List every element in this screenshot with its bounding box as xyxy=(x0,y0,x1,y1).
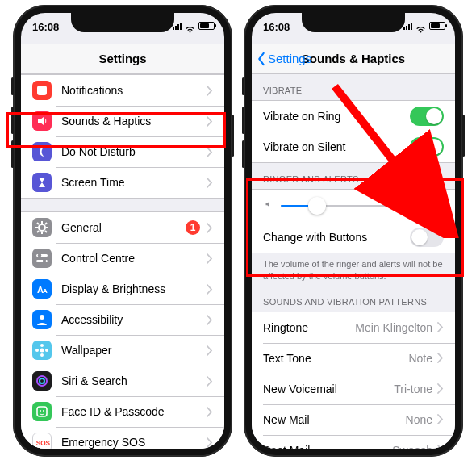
row-new-mail[interactable]: New Mail None xyxy=(252,404,455,435)
row-label: Face ID & Passcode xyxy=(61,405,207,418)
badge: 1 xyxy=(186,220,200,235)
row-label: Emergency SOS xyxy=(61,436,207,449)
row-vibrate-ring[interactable]: Vibrate on Ring xyxy=(252,101,455,132)
notch xyxy=(302,13,405,32)
row-detail: Tri-tone xyxy=(394,383,432,395)
settings-row-wallpaper[interactable]: Wallpaper xyxy=(21,335,224,366)
svg-text:A: A xyxy=(43,287,48,295)
back-label: Settings xyxy=(268,52,311,65)
settings-row-sounds-haptics[interactable]: Sounds & Haptics xyxy=(21,106,224,136)
person-icon xyxy=(32,310,52,329)
toggle-vibrate-silent[interactable] xyxy=(410,137,444,157)
chevron-right-icon xyxy=(207,178,213,188)
moon-icon xyxy=(32,142,52,161)
row-label: New Mail xyxy=(263,413,406,426)
row-new-voicemail[interactable]: New Voicemail Tri-tone xyxy=(252,374,455,404)
chevron-right-icon xyxy=(207,315,213,325)
notch xyxy=(71,13,174,32)
settings-row-dnd[interactable]: Do Not Disturb xyxy=(21,136,224,167)
page-title: Sounds & Haptics xyxy=(302,52,405,65)
phone-right: 16:08 Settings Sounds & Haptics VIBRATE … xyxy=(244,5,463,457)
svg-point-8 xyxy=(40,315,44,320)
battery-icon xyxy=(198,22,215,30)
row-label: Sent Mail xyxy=(263,444,392,449)
flower-icon xyxy=(32,341,52,360)
section-header-vibrate: VIBRATE xyxy=(252,74,455,100)
volume-high-icon xyxy=(431,198,444,214)
row-label: Vibrate on Ring xyxy=(263,110,410,123)
settings-row-screen-time[interactable]: Screen Time xyxy=(21,167,224,198)
battery-icon xyxy=(429,22,445,30)
row-ringtone[interactable]: Ringtone Mein Klingelton xyxy=(252,312,455,343)
cellular-icon xyxy=(403,22,412,30)
svg-point-11 xyxy=(40,353,44,357)
settings-row-control-centre[interactable]: Control Centre xyxy=(21,243,224,274)
row-label: Sounds & Haptics xyxy=(61,115,207,128)
row-label: Screen Time xyxy=(61,176,207,189)
row-label: Vibrate on Silent xyxy=(263,140,410,153)
chevron-right-icon xyxy=(437,414,444,424)
chevron-right-icon xyxy=(437,322,444,332)
chevron-right-icon xyxy=(437,383,444,394)
svg-rect-0 xyxy=(37,86,47,95)
section-header-patterns: SOUNDS AND VIBRATION PATTERNS xyxy=(252,286,455,312)
chevron-right-icon xyxy=(207,284,213,295)
chevron-right-icon xyxy=(207,376,213,387)
row-label: Notifications xyxy=(61,84,207,97)
row-detail: Note xyxy=(408,352,432,365)
row-vibrate-silent[interactable]: Vibrate on Silent xyxy=(252,132,455,162)
svg-point-1 xyxy=(39,224,45,231)
svg-point-5 xyxy=(43,259,46,262)
chevron-right-icon xyxy=(437,353,444,363)
chevron-right-icon xyxy=(207,223,213,233)
row-detail: Swoosh xyxy=(392,444,432,449)
settings-row-sos[interactable]: SOS Emergency SOS xyxy=(21,427,224,449)
wifi-icon xyxy=(185,22,195,30)
status-time: 16:08 xyxy=(32,21,59,33)
settings-row-faceid[interactable]: Face ID & Passcode xyxy=(21,396,224,427)
section-header-ringer: RINGER AND ALERTS xyxy=(252,163,455,189)
svg-point-10 xyxy=(40,344,44,347)
svg-point-17 xyxy=(40,410,41,412)
ringer-volume-slider[interactable] xyxy=(252,190,455,222)
row-sent-mail[interactable]: Sent Mail Swoosh xyxy=(252,435,455,449)
settings-row-accessibility[interactable]: Accessibility xyxy=(21,304,224,335)
status-time: 16:08 xyxy=(263,21,290,33)
svg-point-9 xyxy=(40,349,44,353)
back-button[interactable]: Settings xyxy=(257,44,311,73)
svg-point-14 xyxy=(37,376,47,386)
row-change-with-buttons[interactable]: Change with Buttons xyxy=(252,222,455,253)
row-label: Display & Brightness xyxy=(61,282,207,295)
row-label: Control Centre xyxy=(61,252,207,265)
row-detail: None xyxy=(406,413,432,426)
settings-row-siri[interactable]: Siri & Search xyxy=(21,366,224,396)
settings-row-display[interactable]: AA Display & Brightness xyxy=(21,274,224,304)
toggle-change-with-buttons[interactable] xyxy=(410,228,444,247)
row-text-tone[interactable]: Text Tone Note xyxy=(252,343,455,374)
wifi-icon xyxy=(415,22,426,30)
textsize-icon: AA xyxy=(32,279,52,299)
toggle-vibrate-ring[interactable] xyxy=(410,107,444,126)
switches-icon xyxy=(32,249,52,268)
sos-icon: SOS xyxy=(32,433,52,449)
navbar: Settings Sounds & Haptics xyxy=(252,44,455,74)
svg-point-12 xyxy=(35,349,39,352)
navbar: Settings xyxy=(21,44,224,74)
row-label: Wallpaper xyxy=(61,344,207,357)
volume-low-icon xyxy=(263,199,274,213)
svg-point-15 xyxy=(40,378,44,383)
settings-row-notifications[interactable]: Notifications xyxy=(21,75,224,106)
svg-point-4 xyxy=(38,253,41,257)
settings-row-general[interactable]: General 1 xyxy=(21,212,224,243)
phone-left: 16:08 Settings Notifications Sounds & H xyxy=(13,5,232,457)
row-label: Siri & Search xyxy=(61,374,207,387)
face-icon xyxy=(32,402,52,421)
row-label: Change with Buttons xyxy=(263,231,410,244)
row-label: Text Tone xyxy=(263,352,408,365)
chevron-right-icon xyxy=(207,437,213,448)
chevron-right-icon xyxy=(207,253,213,264)
chevron-right-icon xyxy=(207,86,213,96)
svg-point-13 xyxy=(45,349,48,352)
row-label: New Voicemail xyxy=(263,383,394,395)
hourglass-icon xyxy=(32,173,52,192)
